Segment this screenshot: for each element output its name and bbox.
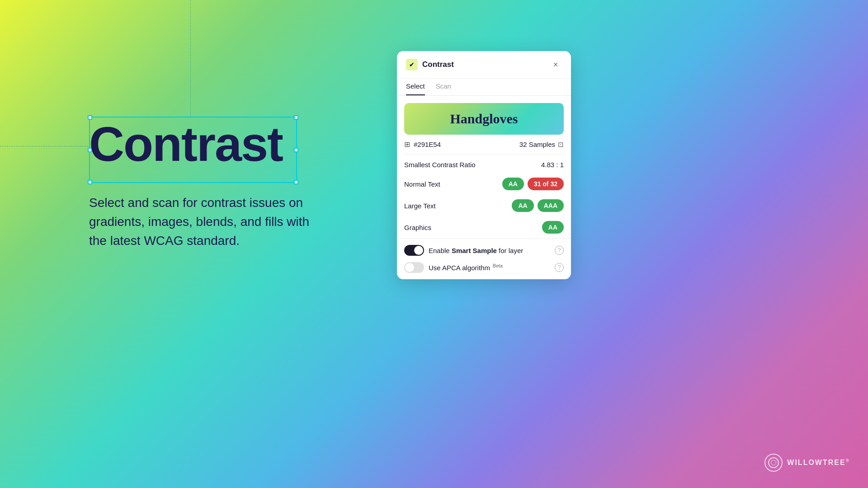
smart-sample-row: Enable Smart Sample for layer ? xyxy=(404,245,564,256)
color-hex: #291E54 xyxy=(414,141,441,148)
preview-text: Handgloves xyxy=(450,111,518,127)
smart-sample-label: Enable Smart Sample for layer xyxy=(429,247,523,254)
willowtree-logo: WILLOWTREE® xyxy=(764,454,850,472)
samples-right: 32 Samples ⊡ xyxy=(519,141,564,149)
normal-31of32-badge[interactable]: 31 of 32 xyxy=(528,178,564,190)
normal-aa-badge[interactable]: AA xyxy=(502,178,524,190)
main-heading: Contrast xyxy=(89,120,283,169)
tab-select[interactable]: Select xyxy=(406,82,425,95)
apca-label: Use APCA algorithm Beta xyxy=(429,263,503,272)
samples-label: 32 Samples xyxy=(519,141,555,148)
checkmark-icon: ✔ xyxy=(409,61,415,68)
willowtree-name: WILLOWTREE® xyxy=(787,458,850,467)
color-row: ⊞ #291E54 32 Samples ⊡ xyxy=(397,135,571,154)
result-row-large: Large Text AA AAA xyxy=(397,195,571,216)
ratio-row: Smallest Contrast Ratio 4.83 : 1 xyxy=(397,155,571,173)
copy-icon[interactable]: ⊡ xyxy=(558,141,564,149)
selection-handle-mid-right xyxy=(294,148,298,152)
result-row-normal: Normal Text AA 31 of 32 xyxy=(397,173,571,195)
normal-text-badges: AA 31 of 32 xyxy=(502,178,564,190)
result-row-graphics: Graphics AA xyxy=(397,216,571,238)
toggle-knob-smart xyxy=(414,246,423,255)
smart-sample-bold: Smart Sample xyxy=(452,247,497,254)
panel-title: Contrast xyxy=(422,60,454,69)
graphics-badges: AA xyxy=(542,221,564,234)
preview-area: Handgloves xyxy=(404,103,564,135)
guide-line-vertical xyxy=(190,0,191,117)
ratio-value: 4.83 : 1 xyxy=(541,161,564,169)
close-button[interactable]: × xyxy=(549,58,562,71)
color-left: ⊞ #291E54 xyxy=(404,140,441,149)
selection-handle-top-right xyxy=(294,115,298,120)
selection-handle-bottom-right xyxy=(294,180,298,184)
toggle-section: Enable Smart Sample for layer ? Use APCA… xyxy=(397,238,571,279)
toggle-knob-apca xyxy=(405,263,414,272)
large-aa-badge[interactable]: AA xyxy=(512,199,533,212)
panel-header: ✔ Contrast × xyxy=(397,51,571,79)
title-group: ✔ Contrast xyxy=(406,59,454,70)
plugin-icon: ✔ xyxy=(406,59,418,70)
apca-info-icon[interactable]: ? xyxy=(555,263,564,272)
graphics-aa-badge[interactable]: AA xyxy=(542,221,564,234)
selection-handle-bottom-left xyxy=(88,180,92,184)
large-text-badges: AA AAA xyxy=(512,199,564,212)
guide-line-horizontal xyxy=(0,146,90,146)
beta-badge: Beta xyxy=(493,263,503,268)
tab-row: Select Scan xyxy=(397,79,571,96)
smart-sample-info-icon[interactable]: ? xyxy=(555,246,564,255)
ratio-label: Smallest Contrast Ratio xyxy=(404,161,476,169)
large-aaa-badge[interactable]: AAA xyxy=(538,199,564,212)
normal-text-label: Normal Text xyxy=(404,180,440,188)
color-swatch-icon: ⊞ xyxy=(404,140,410,149)
apca-left: Use APCA algorithm Beta xyxy=(404,262,503,273)
willowtree-inner-circle xyxy=(768,457,779,468)
smart-sample-left: Enable Smart Sample for layer xyxy=(404,245,523,256)
apca-toggle[interactable] xyxy=(404,262,424,273)
subtitle-text: Select and scan for contrast issues on g… xyxy=(89,193,324,250)
large-text-label: Large Text xyxy=(404,202,436,210)
smart-sample-toggle[interactable] xyxy=(404,245,424,256)
willowtree-circle-icon xyxy=(764,454,783,472)
plugin-panel: ✔ Contrast × Select Scan Handgloves ⊞ #2… xyxy=(397,51,571,279)
tab-scan[interactable]: Scan xyxy=(436,82,451,95)
graphics-label: Graphics xyxy=(404,224,431,231)
apca-row: Use APCA algorithm Beta ? xyxy=(404,262,564,273)
